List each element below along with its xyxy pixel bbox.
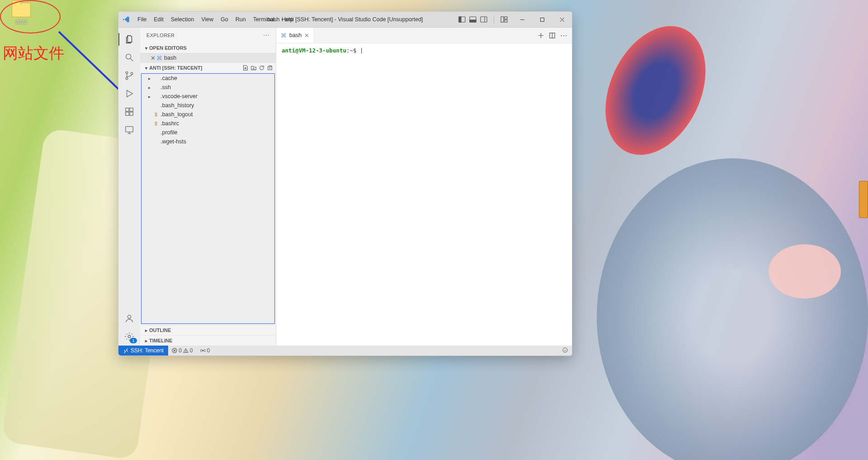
new-file-icon[interactable] bbox=[242, 65, 249, 71]
chevron-down-icon: ▾ bbox=[143, 46, 149, 51]
activity-bar: 1 bbox=[118, 28, 140, 346]
terminal-file-icon: ⌘ bbox=[281, 32, 287, 39]
files-icon bbox=[124, 34, 134, 44]
tree-file[interactable]: ▸.profile bbox=[142, 128, 274, 137]
refresh-icon[interactable] bbox=[259, 65, 265, 71]
chevron-right-icon: ▸ bbox=[143, 338, 149, 343]
timeline-label: TIMELINE bbox=[149, 338, 172, 343]
svg-rect-7 bbox=[501, 17, 504, 22]
tree-item-label: .wget-hsts bbox=[160, 138, 186, 145]
close-editor-icon[interactable]: ✕ bbox=[149, 55, 156, 62]
wallpaper-shape bbox=[769, 244, 841, 299]
remote-indicator-icon bbox=[123, 348, 129, 354]
new-tab-icon[interactable] bbox=[538, 32, 544, 39]
annotation-text: 网站文件 bbox=[3, 43, 64, 64]
menu-terminal[interactable]: Terminal bbox=[250, 12, 278, 27]
tree-item-label: .bash_logout bbox=[160, 111, 193, 118]
chevron-right-icon: ▸ bbox=[146, 76, 152, 81]
activity-remote-explorer[interactable] bbox=[118, 121, 140, 139]
svg-rect-2 bbox=[459, 17, 461, 22]
status-ports[interactable]: 0 bbox=[197, 347, 214, 354]
file-icon: $ bbox=[152, 112, 160, 117]
menu-help[interactable]: Help bbox=[278, 12, 297, 27]
status-ports-count: 0 bbox=[207, 347, 210, 354]
menu-edit[interactable]: Edit bbox=[150, 12, 167, 27]
vscode-window: File Edit Selection View Go Run Terminal… bbox=[118, 11, 572, 356]
svg-rect-4 bbox=[470, 20, 476, 22]
tree-file[interactable]: ▸.wget-hsts bbox=[142, 137, 274, 146]
chevron-right-icon: ▸ bbox=[146, 94, 152, 99]
layout-sidebar-right-icon[interactable] bbox=[480, 16, 487, 23]
tree-file[interactable]: ▸$.bashrc bbox=[142, 119, 274, 128]
menu-go[interactable]: Go bbox=[217, 12, 232, 27]
window-minimize-button[interactable] bbox=[512, 12, 532, 27]
tree-file[interactable]: ▸.bash_history bbox=[142, 101, 274, 110]
close-tab-icon[interactable]: ✕ bbox=[304, 32, 309, 39]
menu-file[interactable]: File bbox=[134, 12, 150, 27]
status-remote[interactable]: SSH: Tencent bbox=[118, 346, 168, 356]
activity-explorer[interactable] bbox=[118, 30, 140, 48]
status-errors-count: 0 bbox=[179, 347, 182, 354]
layout-panel-icon[interactable] bbox=[469, 16, 476, 23]
terminal[interactable]: anti@VM-12-3-ubuntu:~$ | bbox=[276, 43, 572, 346]
terminal-prompt-path: :~$ bbox=[346, 47, 357, 54]
tree-item-label: .vscode-server bbox=[160, 93, 198, 100]
svg-rect-9 bbox=[505, 20, 507, 22]
activity-accounts[interactable] bbox=[118, 309, 140, 327]
terminal-file-icon: ⌘ bbox=[156, 55, 162, 62]
error-icon bbox=[172, 348, 177, 353]
titlebar[interactable]: File Edit Selection View Go Run Terminal… bbox=[118, 12, 572, 28]
tab-label: bash bbox=[289, 32, 302, 38]
activity-source-control[interactable] bbox=[118, 66, 140, 85]
svg-rect-11 bbox=[540, 18, 544, 21]
svg-point-45 bbox=[563, 347, 568, 352]
status-problems[interactable]: 0 0 bbox=[168, 347, 196, 354]
tree-item-label: .profile bbox=[160, 129, 178, 136]
window-maximize-button[interactable] bbox=[532, 12, 552, 27]
tab-bash[interactable]: ⌘ bash ✕ bbox=[276, 28, 314, 43]
explorer-sidebar: EXPLORER ⋯ ▾ OPEN EDITORS ✕ ⌘ bash ▾ ANT… bbox=[140, 28, 276, 346]
menu-selection[interactable]: Selection bbox=[167, 12, 198, 27]
new-folder-icon[interactable] bbox=[250, 65, 257, 71]
window-close-button[interactable] bbox=[552, 12, 572, 27]
status-remote-label: SSH: Tencent bbox=[131, 347, 164, 354]
svg-rect-22 bbox=[130, 112, 133, 115]
feedback-icon[interactable] bbox=[562, 347, 568, 353]
svg-point-27 bbox=[128, 335, 131, 338]
svg-line-15 bbox=[131, 59, 133, 62]
workspace-section[interactable]: ▾ ANTI [SSH: TENCENT] bbox=[140, 63, 276, 73]
antenna-icon bbox=[200, 348, 206, 353]
customize-layout-icon[interactable] bbox=[500, 16, 508, 23]
editor-tabbar: ⌘ bash ✕ ⋯ bbox=[276, 28, 572, 43]
split-editor-icon[interactable] bbox=[549, 32, 556, 39]
tree-file[interactable]: ▸$.bash_logout bbox=[142, 110, 274, 119]
outline-section[interactable]: ▸ OUTLINE bbox=[140, 325, 276, 335]
activity-settings[interactable]: 1 bbox=[118, 327, 140, 346]
svg-point-16 bbox=[126, 71, 128, 74]
file-tree[interactable]: ▸.cache▸.ssh▸.vscode-server▸.bash_histor… bbox=[141, 73, 275, 324]
tree-item-label: .bashrc bbox=[160, 120, 179, 127]
menu-bar: File Edit Selection View Go Run Terminal… bbox=[134, 12, 297, 27]
layout-sidebar-left-icon[interactable] bbox=[458, 16, 466, 23]
open-editors-section[interactable]: ▾ OPEN EDITORS bbox=[140, 43, 276, 53]
editor-ădots-icon[interactable]: ⋯ bbox=[560, 31, 567, 40]
tree-item-label: .bash_history bbox=[160, 102, 194, 109]
activity-extensions[interactable] bbox=[118, 103, 140, 121]
collapse-all-icon[interactable] bbox=[267, 65, 273, 71]
activity-search[interactable] bbox=[118, 48, 140, 66]
activity-run-debug[interactable] bbox=[118, 85, 140, 103]
settings-badge: 1 bbox=[130, 338, 137, 343]
explorer-more-icon[interactable]: ⋯ bbox=[263, 32, 269, 39]
open-editor-label: bash bbox=[164, 55, 176, 61]
tree-folder[interactable]: ▸.ssh bbox=[142, 83, 274, 92]
account-icon bbox=[124, 313, 134, 323]
tree-folder[interactable]: ▸.vscode-server bbox=[142, 92, 274, 101]
open-editor-bash[interactable]: ✕ ⌘ bash bbox=[140, 53, 276, 63]
menu-run[interactable]: Run bbox=[232, 12, 250, 27]
timeline-section[interactable]: ▸ TIMELINE bbox=[140, 335, 276, 346]
menu-view[interactable]: View bbox=[198, 12, 217, 27]
svg-rect-5 bbox=[481, 17, 487, 22]
svg-point-44 bbox=[202, 350, 203, 351]
desktop-scrollbar[interactable] bbox=[859, 181, 868, 218]
tree-folder[interactable]: ▸.cache bbox=[142, 74, 274, 83]
